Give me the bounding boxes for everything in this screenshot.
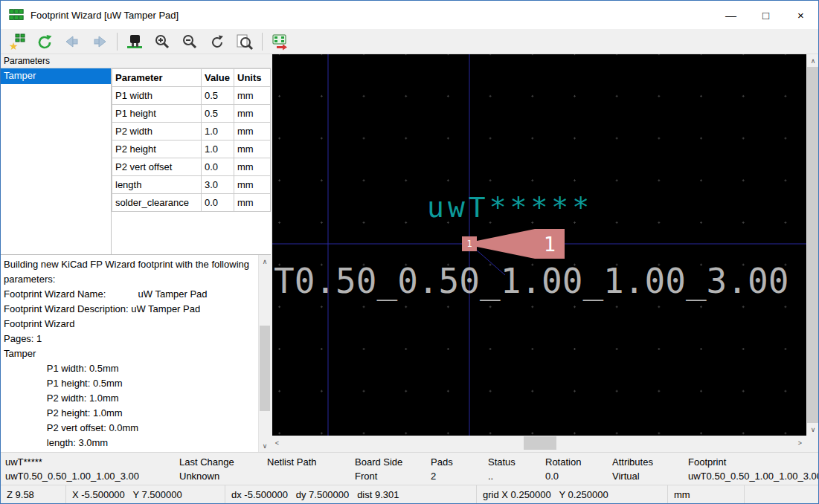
message-line: Pages: 1 [4, 332, 256, 346]
preview-canvas[interactable]: 1 1 uwT***** T0.50_0.50_1.00_1.00_3.00 [272, 54, 806, 436]
info-value: .. [488, 469, 541, 483]
wizard-page-list: Tamper [1, 68, 112, 254]
info-label: uwT***** [5, 455, 175, 469]
toolbar: ★ [1, 29, 818, 54]
param-name: solder_clearance [112, 194, 202, 212]
zoom-fit-icon [236, 33, 254, 51]
info-label: Board Side [355, 455, 426, 469]
info-field-reference: uwT***** uwT0.50_0.50_1.00_1.00_3.00 [1, 453, 175, 485]
page-item-tamper[interactable]: Tamper [1, 68, 111, 84]
message-line: Tamper [4, 346, 256, 361]
window-controls: — □ × [713, 1, 818, 29]
scroll-down-arrow[interactable]: ∨ [806, 423, 819, 436]
message-text: Building new KiCad FP Wizard footprint w… [4, 257, 256, 450]
param-value-cell[interactable]: 0.0 [202, 194, 234, 212]
export-footprint-icon [271, 33, 289, 51]
titlebar: Footprint Wizard [uW Tamper Pad] — □ × [1, 1, 818, 29]
cursor-position: X -5.500000 Y 7.500000 [66, 485, 225, 504]
export-footprint-button[interactable] [269, 31, 290, 52]
close-button[interactable]: × [783, 1, 818, 29]
zoom-out-icon [181, 33, 199, 51]
zoom-in-icon [153, 33, 171, 51]
table-row: P1 width 0.5 mm [112, 87, 271, 105]
footprint-wizard-icon: ★ [8, 33, 26, 51]
info-field-pads: Pads 2 [426, 453, 484, 485]
scrollbar-thumb[interactable] [807, 67, 819, 423]
window-title: Footprint Wizard [uW Tamper Pad] [30, 10, 179, 21]
scroll-up-arrow[interactable]: ∧ [259, 255, 271, 268]
scrollbar-thumb[interactable] [524, 436, 556, 450]
param-units: mm [234, 140, 271, 158]
next-page-button[interactable] [89, 31, 110, 52]
arrow-left-icon [63, 33, 81, 51]
value-text: T0.50_0.50_1.00_1.00_3.00 [274, 261, 789, 301]
canvas-vertical-scrollbar[interactable]: ∧ ∨ [806, 54, 819, 436]
toolbar-separator [117, 33, 118, 51]
status-bar-filler [745, 485, 818, 504]
minimize-button[interactable]: — [713, 1, 748, 29]
redraw-view-button[interactable] [207, 31, 228, 52]
show-3d-viewer-button[interactable] [124, 31, 145, 52]
zoom-fit-button[interactable] [234, 31, 255, 52]
scrollbar-thumb[interactable] [260, 326, 270, 411]
reference-text: uwT***** [427, 191, 593, 224]
zoom-in-button[interactable] [152, 31, 173, 52]
arrow-right-icon [91, 33, 109, 51]
parameters-caption: Parameters [1, 54, 271, 68]
relative-position: dx -5.500000 dy 7.500000 dist 9.301 [225, 485, 477, 504]
pad-number-large: 1 [544, 233, 556, 256]
info-label: Attributes [612, 455, 684, 469]
select-wizard-button[interactable]: ★ [7, 31, 28, 52]
info-label: Pads [431, 455, 484, 469]
info-value: Virtual [612, 469, 684, 483]
param-units: mm [234, 194, 271, 212]
param-units: mm [234, 176, 271, 194]
zoom-out-button[interactable] [179, 31, 200, 52]
canvas-horizontal-scrollbar[interactable]: < > [271, 436, 806, 450]
pad-taper [477, 229, 535, 259]
scroll-up-arrow[interactable]: ∧ [806, 54, 819, 67]
message-line: P2 width: 1.0mm [4, 391, 256, 406]
parameters-panel: Parameters Tamper Parameter Value Units … [1, 54, 271, 452]
messages-scrollbar[interactable]: ∧ ∨ [258, 255, 271, 452]
reset-parameters-button[interactable] [34, 31, 55, 52]
info-field-board-side: Board Side Front [350, 453, 426, 485]
param-value-cell[interactable]: 1.0 [202, 140, 234, 158]
param-name: P1 width [112, 87, 202, 105]
param-value-cell[interactable]: 1.0 [202, 123, 234, 140]
message-line: Building new KiCad FP Wizard footprint w… [4, 257, 256, 287]
info-field-netlist-path: Netlist Path [263, 453, 350, 485]
info-field-last-change: Last Change Unknown [175, 453, 263, 485]
param-name: P1 height [112, 105, 202, 123]
param-value-cell[interactable]: 0.5 [202, 87, 234, 105]
param-units: mm [234, 123, 271, 140]
param-value-cell[interactable]: 0.5 [202, 105, 234, 123]
param-units: mm [234, 105, 271, 123]
message-line: Footprint Wizard [4, 317, 256, 332]
previous-page-button[interactable] [62, 31, 83, 52]
parameter-table: Parameter Value Units P1 width 0.5 mm P1… [112, 68, 271, 212]
scroll-right-arrow[interactable]: > [794, 436, 806, 450]
scrollbar-corner [806, 436, 819, 450]
maximize-button[interactable]: □ [748, 1, 783, 29]
param-units: mm [234, 87, 271, 105]
table-row: P2 vert offset 0.0 mm [112, 158, 271, 176]
info-label: Status [488, 455, 541, 469]
param-units: mm [234, 158, 271, 176]
scroll-down-arrow[interactable]: ∨ [259, 439, 271, 452]
refresh-icon [36, 33, 54, 51]
info-field-attributes: Attributes Virtual [608, 453, 684, 485]
units-indicator: mm [668, 485, 745, 504]
message-line: Footprint Wizard Name: uW Tamper Pad [4, 287, 256, 302]
table-row: solder_clearance 0.0 mm [112, 194, 271, 212]
param-value-cell[interactable]: 0.0 [202, 158, 234, 176]
message-line: length: 3.0mm [4, 436, 256, 450]
info-value: Front [355, 469, 426, 483]
column-header-parameter: Parameter [112, 69, 202, 87]
info-field-footprint: Footprint uwT0.50_0.50_1.00_1.00_3.00 [684, 453, 818, 485]
message-line: P1 height: 0.5mm [4, 376, 256, 391]
toolbar-separator [262, 33, 263, 51]
scroll-left-arrow[interactable]: < [271, 436, 283, 450]
param-value-cell[interactable]: 3.0 [202, 176, 234, 194]
info-label: Last Change [179, 455, 263, 469]
